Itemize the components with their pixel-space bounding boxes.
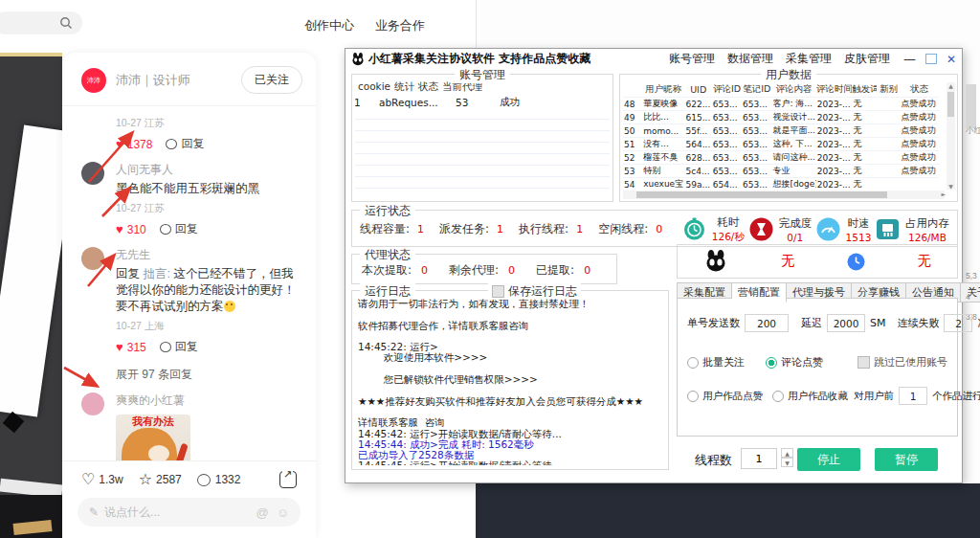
screen: 创作中心 业务合作 沛沛 沛沛｜设计师 已关注 10-27 江苏 ♥ 1378 … xyxy=(0,0,980,538)
pause-button[interactable]: 暂停 xyxy=(875,448,938,471)
scrollbar-thumb[interactable] xyxy=(947,92,954,117)
log-line: ★★★推荐好友购买软件和推荐好友加入会员您可获得分成★★★ xyxy=(358,396,664,407)
minimize-button[interactable]: — xyxy=(903,53,916,65)
run-log-content: 请勿用于一切非法行为，如有发现，直接封禁处理！ 软件招募代理合作，详情联系客服咨… xyxy=(358,299,664,465)
emoji-smiley-icon[interactable]: ☺ xyxy=(277,505,289,520)
reply-bubble-icon[interactable] xyxy=(160,342,171,352)
user-table-row[interactable]: 53特别5c4...653...653...专业2023-...无点赞成功 xyxy=(623,165,939,178)
top-nav: 创作中心 业务合作 xyxy=(304,17,425,34)
thread-count-label: 线程数 xyxy=(695,452,732,469)
scrollbar-thumb[interactable] xyxy=(636,191,887,198)
batch-follow-radio[interactable] xyxy=(687,357,699,369)
app-logo-icon xyxy=(351,53,365,66)
metric-progress: 完成度0/1 xyxy=(749,216,813,243)
maximize-button[interactable] xyxy=(925,54,937,64)
side-strip: 小红 5,3 4 3,8 xyxy=(964,53,980,483)
horizontal-scrollbar[interactable]: ► xyxy=(623,191,945,199)
like-heart-icon[interactable]: ♥ xyxy=(116,341,123,353)
user-work-like-label: 用户作品点赞 xyxy=(702,390,763,403)
proxy-status-field: 已提取:0 xyxy=(536,262,612,279)
speed-gauge-icon xyxy=(816,217,840,241)
commenter-name[interactable]: 无先生 xyxy=(116,247,301,263)
comment-input[interactable]: ✎ 说点什么... @ ☺ xyxy=(78,498,301,527)
account-column-header: 统计 xyxy=(392,80,416,94)
user-column-header: 笔记ID xyxy=(742,82,771,98)
reply-button[interactable]: 回复 xyxy=(175,339,198,355)
follow-button[interactable]: 已关注 xyxy=(241,66,302,94)
thread-count-input[interactable]: 1 xyxy=(741,448,777,469)
tool-menu-item[interactable]: 账号管理 xyxy=(669,51,715,67)
mention-at-icon[interactable]: @ xyxy=(256,505,269,520)
commenter-avatar[interactable] xyxy=(81,247,104,270)
expand-replies-button[interactable]: 展开 97 条回复 xyxy=(116,367,301,383)
commenter-name[interactable]: 人间无事人 xyxy=(116,162,259,178)
user-data-group-legend: 用户数据 xyxy=(761,67,816,83)
user-work-like-radio[interactable] xyxy=(687,391,699,402)
send-count-input[interactable]: 200 xyxy=(745,314,789,332)
scroll-right-icon[interactable]: ► xyxy=(941,191,946,197)
user-table-row[interactable]: 54xuexue宝59a...654...653...想接[doge]2023-… xyxy=(623,178,939,191)
user-work-fav-label: 用户作品收藏 xyxy=(788,390,848,403)
like-count[interactable]: 1378 xyxy=(127,138,153,151)
search-input[interactable] xyxy=(0,11,82,34)
save-log-checkbox[interactable] xyxy=(492,285,504,298)
fail-input[interactable]: 2 xyxy=(944,314,972,332)
per-user-input[interactable]: 1 xyxy=(899,387,927,405)
run-log-group: 运行日志 保存运行日志 请勿用于一切非法行为，如有发现，直接封禁处理！ 软件招募… xyxy=(351,290,669,470)
reply-button[interactable]: 回复 xyxy=(181,136,204,152)
reply-target-name[interactable]: 拙言: xyxy=(143,267,169,280)
comment-item: 爽爽的小红薯 我有办法 给你0拍 10-27 河南 ♥ 825 47 xyxy=(81,392,301,460)
run-status-field: 空闲线程:0 xyxy=(598,221,678,237)
tool-menu-item[interactable]: 数据管理 xyxy=(727,51,773,67)
like-count[interactable]: 310 xyxy=(127,223,146,236)
background-dark-area xyxy=(476,483,980,538)
config-tab[interactable]: 营销配置 xyxy=(732,282,787,303)
delay-input[interactable]: 2000 xyxy=(827,314,865,332)
scroll-up-icon[interactable]: ▲ xyxy=(947,82,955,89)
commenter-avatar[interactable] xyxy=(81,392,104,415)
reply-bubble-icon[interactable] xyxy=(160,224,171,235)
like-heart-icon[interactable]: ♥ xyxy=(116,223,123,235)
user-work-fav-radio[interactable] xyxy=(772,391,784,402)
user-table-row[interactable]: 51没有...564...653...653...这种, 下...2023-..… xyxy=(623,138,939,151)
author-avatar[interactable]: 沛沛 xyxy=(81,68,106,93)
user-table-row[interactable]: 52榴莲不臭628...653...653...请问这种...2023-...无… xyxy=(623,151,939,165)
post-comment-count: 1332 xyxy=(215,473,241,486)
account-table-row[interactable]: 1 abReques... 53 成功 xyxy=(352,96,612,108)
reply-bubble-icon[interactable] xyxy=(166,139,177,149)
tool-menu-item[interactable]: 皮肤管理 xyxy=(844,51,890,67)
comment-like-radio[interactable] xyxy=(766,357,777,369)
comment-like-label: 评论点赞 xyxy=(781,355,823,370)
skip-used-checkbox[interactable] xyxy=(858,356,870,369)
scroll-down-icon[interactable]: ▼ xyxy=(947,183,955,190)
author-name[interactable]: 沛沛｜设计师 xyxy=(116,72,190,89)
like-heart-icon[interactable]: ♥ xyxy=(116,138,123,150)
like-outline-icon[interactable]: ♡ xyxy=(81,472,95,487)
like-count[interactable]: 315 xyxy=(127,341,146,354)
stepper-up-icon[interactable]: ▲ xyxy=(781,448,793,458)
tool-titlebar[interactable]: 小红薯采集关注协议软件 支持作品点赞收藏 账号管理数据管理采集管理皮肤管理 — … xyxy=(345,49,962,69)
share-icon[interactable] xyxy=(279,471,297,488)
tool-menu-item[interactable]: 采集管理 xyxy=(786,51,832,67)
stepper-down-icon[interactable]: ▼ xyxy=(781,458,793,467)
nav-creator-center[interactable]: 创作中心 xyxy=(304,17,354,34)
user-table-row[interactable]: 48華夏映像622...653...653...客户: 海...2023-...… xyxy=(623,98,939,111)
user-table-row[interactable]: 50momo...55f...653...653...就是平面...2023-.… xyxy=(623,124,939,138)
collect-star-icon[interactable]: ☆ xyxy=(139,472,152,487)
comment-date: 10-27 上海 xyxy=(116,320,301,333)
close-button[interactable]: ✕ xyxy=(947,53,956,66)
vertical-scrollbar[interactable]: ▲ ▼ xyxy=(947,82,955,190)
commenter-name[interactable]: 爽爽的小红薯 xyxy=(116,392,190,409)
log-line: 请勿用于一切非法行为，如有发现，直接封禁处理！ xyxy=(358,299,664,309)
stop-button[interactable]: 停止 xyxy=(797,448,860,471)
user-table-row[interactable]: 49比比...615...653...653...视觉设计...2023-...… xyxy=(623,111,939,124)
commenter-avatar[interactable] xyxy=(81,162,104,185)
reply-button[interactable]: 回复 xyxy=(175,221,198,237)
comment-bubble-icon[interactable] xyxy=(197,474,211,486)
log-line: 软件招募代理合作，详情联系客服咨询 xyxy=(358,321,664,331)
metric-speed: 时速1513 xyxy=(816,216,872,243)
nav-business-cooperation[interactable]: 业务合作 xyxy=(375,17,425,34)
run-status-field: 线程容量:1 xyxy=(360,221,439,237)
comment-meme-image[interactable]: 我有办法 给你0拍 xyxy=(116,415,190,460)
send-count-label: 单号发送数 xyxy=(687,316,740,330)
